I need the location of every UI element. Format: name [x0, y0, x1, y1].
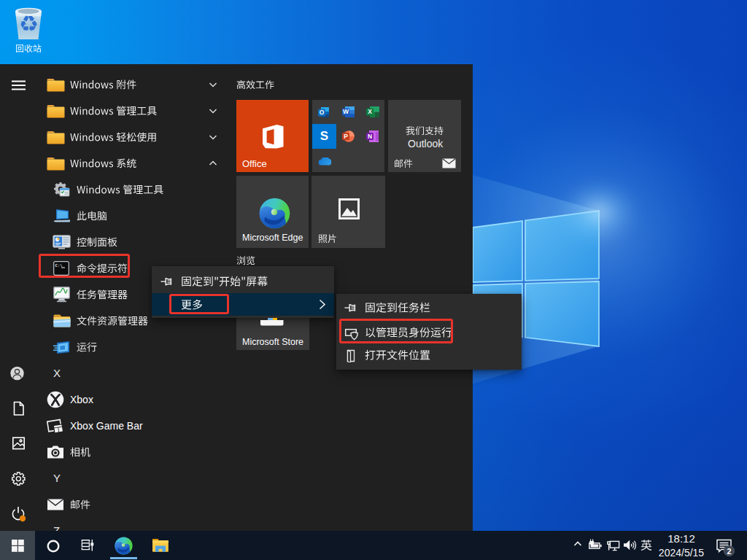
svg-text:P: P [344, 133, 348, 140]
svg-text:O: O [320, 109, 325, 116]
svg-text:W: W [343, 108, 349, 115]
svg-text:2: 2 [727, 547, 731, 556]
svg-text:X: X [368, 108, 372, 115]
svg-text:N: N [368, 133, 372, 140]
